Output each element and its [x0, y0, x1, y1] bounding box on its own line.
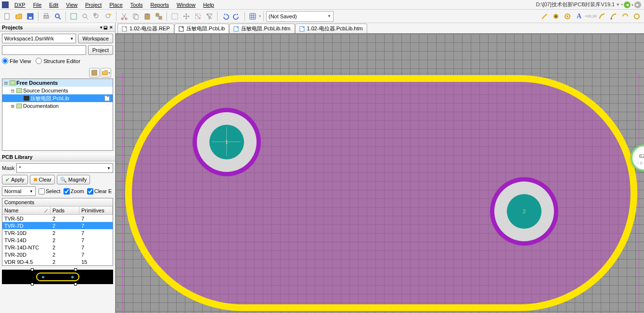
- panel-menu-icon[interactable]: ▾ ⬓ ✕: [100, 25, 113, 30]
- menu-dxp[interactable]: DXP: [11, 1, 29, 9]
- saved-view-label: (Not Saved): [269, 13, 297, 19]
- panel-collapse-icon[interactable]: 《: [116, 301, 119, 310]
- place-pad-icon[interactable]: [551, 11, 561, 22]
- print-icon[interactable]: [41, 11, 52, 22]
- menu-file[interactable]: File: [29, 1, 46, 9]
- svg-line-6: [59, 17, 61, 19]
- move-icon[interactable]: [181, 11, 192, 22]
- col-primitives[interactable]: Primitives: [79, 207, 113, 214]
- clear-existing-checkbox[interactable]: Clear E: [87, 188, 112, 195]
- svg-point-30: [567, 15, 568, 17]
- zoom-filter-icon[interactable]: [103, 11, 114, 22]
- select-rect-icon[interactable]: [169, 11, 180, 22]
- svg-point-8: [83, 14, 87, 18]
- silkscreen-outline[interactable]: [125, 75, 637, 311]
- document-tabs: 1.02-电位器.REP压敏电阻.PcbLib压敏电阻.PcbLib.htm1.…: [116, 23, 644, 34]
- project-options-icon[interactable]: ▾: [101, 68, 111, 78]
- compile-icon[interactable]: [89, 68, 100, 78]
- pad-2[interactable]: 2: [490, 177, 558, 246]
- place-full-circle-icon[interactable]: [631, 11, 642, 22]
- pcblib-panel-title[interactable]: PCB Library: [0, 153, 115, 161]
- tree-free-documents[interactable]: ⊟ Free Documents: [2, 79, 113, 87]
- table-row[interactable]: TVR-5D27: [2, 215, 113, 222]
- zoom-fit-icon[interactable]: [68, 11, 79, 22]
- menu-view[interactable]: View: [62, 1, 81, 9]
- apply-button[interactable]: ✔Apply: [2, 175, 28, 184]
- tree-documentation[interactable]: ⊞ Documentation: [2, 102, 113, 110]
- mask-label: Mask: [2, 165, 14, 171]
- menu-help[interactable]: Help: [199, 1, 218, 9]
- projects-tree[interactable]: ⊟ Free Documents ⊟ Source Documents 压敏电阻…: [2, 78, 113, 151]
- col-pads[interactable]: Pads: [51, 207, 79, 214]
- deselect-icon[interactable]: [193, 11, 203, 22]
- grid-toggle-icon[interactable]: [247, 11, 258, 22]
- svg-point-13: [109, 13, 111, 15]
- tree-source-documents[interactable]: ⊟ Source Documents: [2, 87, 113, 94]
- place-line-icon[interactable]: [539, 11, 550, 22]
- duplicate-icon[interactable]: [154, 11, 164, 22]
- pcb-canvas[interactable]: 1 2 62% ↑ 2.1K/s 《: [116, 34, 644, 313]
- preview-icon[interactable]: [52, 11, 63, 22]
- components-columns[interactable]: Name／ Pads Primitives: [2, 207, 113, 215]
- project-combo[interactable]: [2, 45, 86, 55]
- new-file-icon[interactable]: [2, 11, 13, 22]
- table-row[interactable]: TVR-20D27: [2, 251, 113, 258]
- project-button[interactable]: Project: [88, 45, 113, 55]
- file-view-radio[interactable]: File View: [2, 58, 31, 64]
- svg-point-31: [611, 18, 612, 19]
- zoom-area-icon[interactable]: [80, 11, 90, 22]
- structure-editor-radio[interactable]: Structure Editor: [36, 58, 80, 64]
- folder-icon: [16, 104, 22, 108]
- menu-edit[interactable]: Edit: [45, 1, 62, 9]
- zoom-checkbox[interactable]: Zoom: [64, 188, 84, 195]
- tree-active-doc[interactable]: 压敏电阻.PcbLib: [2, 94, 113, 102]
- select-checkbox[interactable]: Select: [39, 188, 61, 195]
- saved-view-dropdown[interactable]: (Not Saved) ▼: [266, 11, 334, 22]
- menu-reports[interactable]: Reports: [146, 1, 173, 9]
- redo-icon[interactable]: [232, 11, 242, 22]
- place-arc-any-icon[interactable]: [620, 11, 631, 22]
- projects-panel-title[interactable]: Projects ▾ ⬓ ✕: [0, 23, 115, 32]
- place-arc-center-icon[interactable]: [597, 11, 607, 22]
- place-coord-icon[interactable]: +10,10: [585, 11, 596, 22]
- svg-rect-22: [172, 13, 178, 19]
- paste-icon[interactable]: [142, 11, 153, 22]
- svg-rect-7: [71, 13, 77, 19]
- col-name[interactable]: Name／: [2, 207, 51, 214]
- place-via-icon[interactable]: [562, 11, 573, 22]
- magnify-button[interactable]: 🔍Magnify: [57, 175, 90, 184]
- menu-place[interactable]: Place: [105, 1, 127, 9]
- doc-tab[interactable]: 压敏电阻.PcbLib: [174, 24, 230, 33]
- menu-project[interactable]: Project: [81, 1, 105, 9]
- doc-tab[interactable]: 1.02-电位器.PcbLib.htm: [295, 24, 367, 33]
- place-string-icon[interactable]: A: [574, 11, 584, 22]
- nav-fwd-icon[interactable]: ►: [634, 1, 641, 8]
- svg-rect-3: [44, 15, 49, 18]
- document-icon: [104, 95, 110, 101]
- save-icon[interactable]: [25, 11, 36, 22]
- place-arc-edge-icon[interactable]: [608, 11, 619, 22]
- doc-tab[interactable]: 1.02-电位器.REP: [117, 24, 174, 33]
- clear-filter-icon[interactable]: [204, 11, 215, 22]
- cut-icon[interactable]: [119, 11, 129, 22]
- open-file-icon[interactable]: [13, 11, 24, 22]
- workspace-combo[interactable]: Workspace1.DsnWrk ▼: [2, 34, 76, 43]
- table-row[interactable]: TVR-14D-NTC27: [2, 244, 113, 251]
- undo-icon[interactable]: [220, 11, 231, 22]
- table-row[interactable]: TVR-7D27: [2, 222, 113, 229]
- pad-1-label: 1: [225, 139, 228, 145]
- zoom-selected-icon[interactable]: [91, 11, 102, 22]
- table-row[interactable]: VDR 9D-4.5215: [2, 258, 113, 265]
- pad-1[interactable]: 1: [193, 108, 261, 176]
- copy-icon[interactable]: [130, 11, 141, 22]
- display-mode-combo[interactable]: Normal▼: [2, 186, 36, 196]
- doc-tab[interactable]: 压敏电阻.PcbLib.htm: [229, 24, 295, 33]
- nav-back-icon[interactable]: ◄: [624, 1, 631, 8]
- table-row[interactable]: TVR-14D27: [2, 236, 113, 244]
- menu-tools[interactable]: Tools: [127, 1, 147, 9]
- workspace-button[interactable]: Workspace: [78, 34, 113, 43]
- menu-window[interactable]: Window: [173, 1, 199, 9]
- table-row[interactable]: TVR-10D27: [2, 229, 113, 236]
- mask-combo[interactable]: *▼: [16, 163, 113, 173]
- clear-button[interactable]: ✖Clear: [30, 175, 55, 184]
